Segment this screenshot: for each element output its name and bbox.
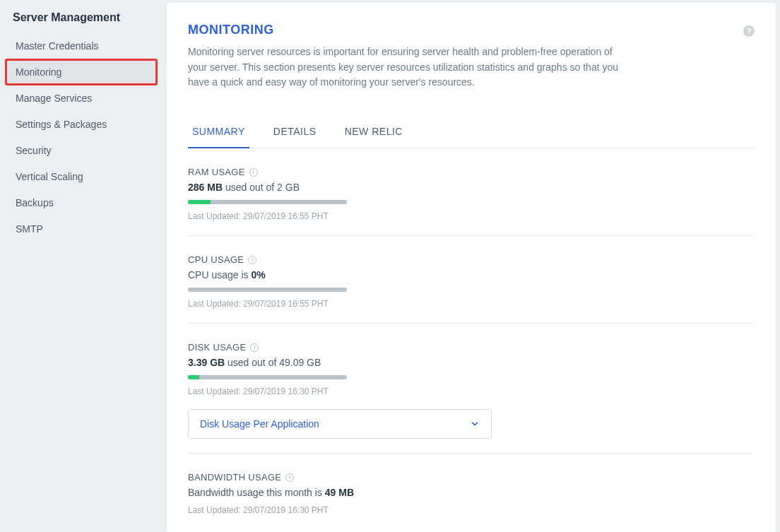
info-icon[interactable]: i: [285, 473, 294, 482]
sidebar-item-security[interactable]: Security: [6, 138, 157, 163]
sidebar-title: Server Management: [6, 11, 157, 32]
main-panel: MONITORING Monitoring server resources i…: [167, 3, 776, 532]
metric-ram: RAM USAGE i 286 MB used out of 2 GB Last…: [188, 148, 753, 236]
last-updated-prefix: Last Updated:: [188, 211, 241, 221]
info-icon[interactable]: i: [249, 168, 258, 177]
last-updated-disk: 29/07/2019 16:30 PHT: [243, 386, 329, 396]
sidebar-item-manage-services[interactable]: Manage Services: [6, 85, 157, 111]
help-icon[interactable]: ?: [743, 25, 755, 37]
metric-disk-value: 3.39 GB: [188, 357, 225, 368]
metric-bandwidth-value: 49 MB: [325, 487, 354, 498]
sidebar: Server Management Master Credentials Mon…: [0, 0, 162, 532]
metric-cpu-title: CPU USAGE: [188, 254, 244, 265]
sidebar-item-smtp[interactable]: SMTP: [6, 216, 157, 242]
chevron-down-icon: [470, 419, 480, 429]
progress-bar-cpu: [188, 288, 347, 292]
last-updated-prefix: Last Updated:: [188, 299, 241, 309]
sidebar-item-monitoring[interactable]: Monitoring: [6, 59, 157, 85]
info-icon[interactable]: i: [248, 256, 256, 264]
metric-ram-title: RAM USAGE: [188, 167, 245, 177]
metric-bandwidth-prefix: Bandwidth usage this month is: [188, 487, 322, 498]
info-icon[interactable]: i: [250, 343, 259, 352]
sidebar-item-backups[interactable]: Backups: [6, 190, 157, 215]
tab-summary[interactable]: SUMMARY: [188, 119, 249, 148]
disk-usage-per-application-toggle[interactable]: Disk Usage Per Application: [188, 409, 492, 439]
metric-bandwidth: BANDWIDTH USAGE i Bandwidth usage this m…: [188, 454, 753, 529]
metric-disk-suffix: used out of 49.09 GB: [228, 357, 321, 368]
tabs: SUMMARY DETAILS NEW RELIC: [188, 119, 755, 148]
metric-cpu-prefix: CPU usage is: [188, 269, 249, 280]
page-title: MONITORING: [188, 23, 743, 37]
last-updated-prefix: Last Updated:: [188, 505, 241, 515]
last-updated-bandwidth: 29/07/2019 16:30 PHT: [243, 505, 329, 515]
metric-disk-title: DISK USAGE: [188, 342, 246, 353]
metric-bandwidth-title: BANDWIDTH USAGE: [188, 472, 281, 483]
progress-fill-disk: [188, 375, 199, 379]
last-updated-prefix: Last Updated:: [188, 386, 241, 396]
progress-fill-ram: [188, 200, 211, 204]
metric-cpu: CPU USAGE i CPU usage is 0% Last Updated…: [188, 236, 753, 324]
disk-expand-label: Disk Usage Per Application: [200, 418, 319, 430]
metric-ram-suffix: used out of 2 GB: [225, 182, 300, 193]
tab-details[interactable]: DETAILS: [269, 119, 321, 148]
metric-ram-value: 286 MB: [188, 182, 223, 193]
last-updated-ram: 29/07/2019 16:55 PHT: [243, 211, 329, 221]
sidebar-item-vertical-scaling[interactable]: Vertical Scaling: [6, 164, 157, 189]
progress-bar-ram: [188, 200, 347, 204]
metric-disk: DISK USAGE i 3.39 GB used out of 49.09 G…: [188, 324, 753, 454]
sidebar-item-master-credentials[interactable]: Master Credentials: [6, 33, 157, 59]
progress-bar-disk: [188, 375, 347, 379]
tab-new-relic[interactable]: NEW RELIC: [341, 119, 407, 148]
sidebar-item-settings-packages[interactable]: Settings & Packages: [6, 112, 157, 137]
page-header: MONITORING Monitoring server resources i…: [188, 23, 755, 90]
last-updated-cpu: 29/07/2019 16:55 PHT: [243, 299, 329, 309]
page-description: Monitoring server resources is important…: [188, 45, 619, 90]
metric-cpu-value: 0%: [251, 269, 265, 280]
